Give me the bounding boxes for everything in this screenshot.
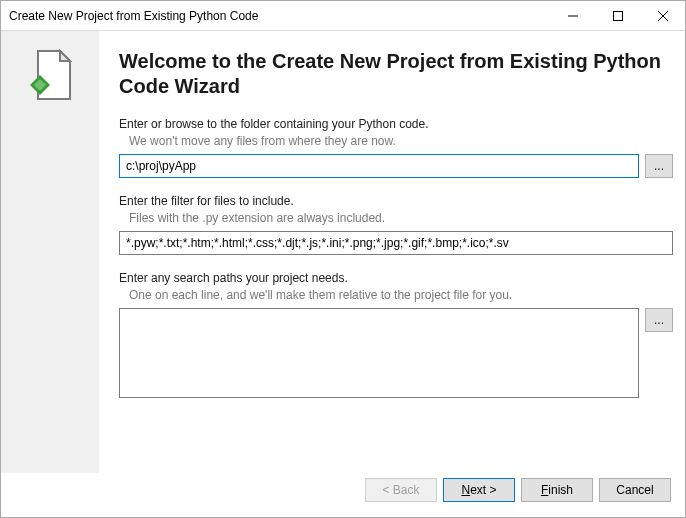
- wizard-button-bar: < Back Next > Finish Cancel: [1, 473, 685, 517]
- wizard-content: Welcome to the Create New Project from E…: [99, 31, 685, 473]
- browse-folder-button[interactable]: ...: [645, 154, 673, 178]
- maximize-button[interactable]: [595, 1, 640, 30]
- window-title: Create New Project from Existing Python …: [9, 9, 550, 23]
- titlebar: Create New Project from Existing Python …: [1, 1, 685, 31]
- close-button[interactable]: [640, 1, 685, 30]
- paths-input-row: ...: [119, 308, 673, 398]
- browse-path-button[interactable]: ...: [645, 308, 673, 332]
- folder-input-row: ...: [119, 154, 673, 178]
- filter-hint: Files with the .py extension are always …: [129, 211, 673, 225]
- filter-label: Enter the filter for files to include.: [119, 194, 673, 208]
- window-controls: [550, 1, 685, 30]
- page-title: Welcome to the Create New Project from E…: [119, 49, 673, 99]
- next-button[interactable]: Next >: [443, 478, 515, 502]
- filter-input[interactable]: [119, 231, 673, 255]
- wizard-sidebar: [1, 31, 99, 473]
- paths-hint: One on each line, and we'll make them re…: [129, 288, 673, 302]
- cancel-button[interactable]: Cancel: [599, 478, 671, 502]
- back-button: < Back: [365, 478, 437, 502]
- finish-button[interactable]: Finish: [521, 478, 593, 502]
- paths-label: Enter any search paths your project need…: [119, 271, 673, 285]
- folder-label: Enter or browse to the folder containing…: [119, 117, 673, 131]
- svg-rect-1: [613, 11, 622, 20]
- search-paths-textarea[interactable]: [119, 308, 639, 398]
- wizard-body: Welcome to the Create New Project from E…: [1, 31, 685, 473]
- folder-hint: We won't move any files from where they …: [129, 134, 673, 148]
- folder-input[interactable]: [119, 154, 639, 178]
- filter-input-row: [119, 231, 673, 255]
- python-project-icon: [22, 47, 78, 106]
- minimize-button[interactable]: [550, 1, 595, 30]
